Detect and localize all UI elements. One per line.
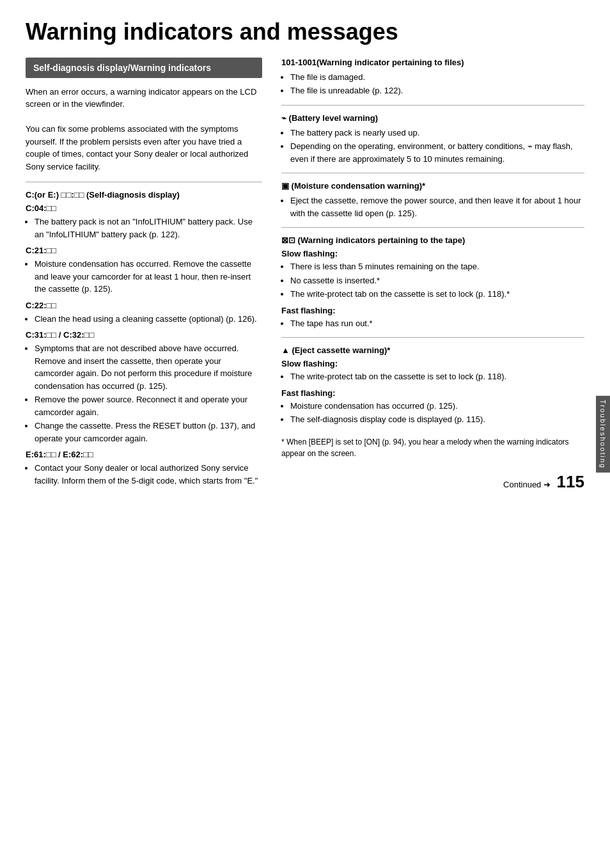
bullet-item: The write-protect tab on the cassette is… <box>290 288 584 301</box>
code-section-1: C:21:□□Moisture condensation has occurre… <box>26 246 262 296</box>
bullet-item: The battery pack is nearly used up. <box>290 127 584 139</box>
divider-right-2 <box>281 173 584 173</box>
bullet-item: The write-protect tab on the cassette is… <box>290 370 584 383</box>
code-label-1: C:21:□□ <box>26 246 262 255</box>
code-section-4: E:61:□□ / E:62:□□Contact your Sony deale… <box>26 450 262 487</box>
bullet-item: Change the cassette. Press the RESET but… <box>35 420 262 445</box>
right-section-title-eject_warning: ▲ (Eject cassette warning)* <box>281 345 584 355</box>
bullet-item: The self-diagnosis display code is displ… <box>290 413 584 426</box>
bullet-item: Symptoms that are not described above ha… <box>35 342 262 392</box>
flash-label-eject_warning-0: Slow flashing: <box>281 359 584 368</box>
divider-right-4 <box>281 337 584 338</box>
bullet-item: Remove the power source. Reconnect it an… <box>35 393 262 418</box>
flash-label-tape_warning-1: Fast flashing: <box>281 306 584 315</box>
right-section-tape_warning: ⊠⊡ (Warning indicators pertaining to the… <box>281 227 584 329</box>
continued-bar: Continued 115 <box>281 472 584 492</box>
bullet-item: The tape has run out.* <box>290 317 584 330</box>
self-diagnosis-title: C:(or E:) □□:□□ (Self-diagnosis display) <box>26 190 262 200</box>
codes-section: C:04:□□The battery pack is not an "InfoL… <box>26 203 262 487</box>
bullet-item: The battery pack is not an "InfoLITHIUM"… <box>35 216 262 241</box>
divider-right-3 <box>281 227 584 228</box>
footnote: * When [BEEP] is set to [ON] (p. 94), yo… <box>281 436 584 459</box>
right-section-files_warning: 101-1001(Warning indicator pertaining to… <box>281 58 584 97</box>
bullet-item: Moisture condensation has occurred. Remo… <box>35 258 262 296</box>
code-section-0: C:04:□□The battery pack is not an "InfoL… <box>26 203 262 241</box>
bullet-item: Eject the cassette, remove the power sou… <box>290 194 584 219</box>
right-section-title-moisture_warning: ▣ (Moisture condensation warning)* <box>281 181 584 191</box>
bullet-item: The file is damaged. <box>290 71 584 84</box>
flash-label-tape_warning-0: Slow flashing: <box>281 249 584 258</box>
page-number: 115 <box>557 472 584 491</box>
right-sections: 101-1001(Warning indicator pertaining to… <box>281 58 584 426</box>
right-section-battery_warning: ⌁ (Battery level warning)The battery pac… <box>281 105 584 166</box>
right-section-title-tape_warning: ⊠⊡ (Warning indicators pertaining to the… <box>281 235 584 245</box>
right-section-title-files_warning: 101-1001(Warning indicator pertaining to… <box>281 58 584 67</box>
divider-right-1 <box>281 105 584 106</box>
page-title: Warning indicators and messages <box>26 19 584 45</box>
flash-label-eject_warning-1: Fast flashing: <box>281 388 584 398</box>
right-section-moisture_warning: ▣ (Moisture condensation warning)*Eject … <box>281 173 584 219</box>
bullet-item: Contact your Sony dealer or local author… <box>35 462 262 487</box>
code-label-3: C:31:□□ / C:32:□□ <box>26 330 262 340</box>
bullet-item: There is less than 5 minutes remaining o… <box>290 260 584 273</box>
code-section-2: C:22:□□Clean the head using a cleaning c… <box>26 301 262 326</box>
right-section-eject_warning: ▲ (Eject cassette warning)*Slow flashing… <box>281 337 584 426</box>
right-section-title-battery_warning: ⌁ (Battery level warning) <box>281 113 584 123</box>
code-section-3: C:31:□□ / C:32:□□Symptoms that are not d… <box>26 330 262 445</box>
bullet-item: Moisture condensation has occurred (p. 1… <box>290 400 584 413</box>
section-box-label: Self-diagnosis display/Warning indicator… <box>26 58 262 78</box>
code-label-2: C:22:□□ <box>26 301 262 310</box>
code-label-0: C:04:□□ <box>26 203 262 213</box>
divider-1 <box>26 182 262 182</box>
intro-paragraph-1: When an error occurs, a warning indicato… <box>26 86 262 173</box>
right-column: 101-1001(Warning indicator pertaining to… <box>281 58 584 493</box>
left-column: Self-diagnosis display/Warning indicator… <box>26 58 262 493</box>
continued-label: Continued <box>503 480 551 489</box>
bullet-item: No cassette is inserted.* <box>290 274 584 287</box>
bullet-item: The file is unreadable (p. 122). <box>290 84 584 97</box>
code-label-4: E:61:□□ / E:62:□□ <box>26 450 262 459</box>
troubleshooting-tab: Troubleshooting <box>596 395 610 472</box>
bullet-item: Clean the head using a cleaning cassette… <box>35 313 262 326</box>
bullet-item: Depending on the operating, environment,… <box>290 140 584 165</box>
